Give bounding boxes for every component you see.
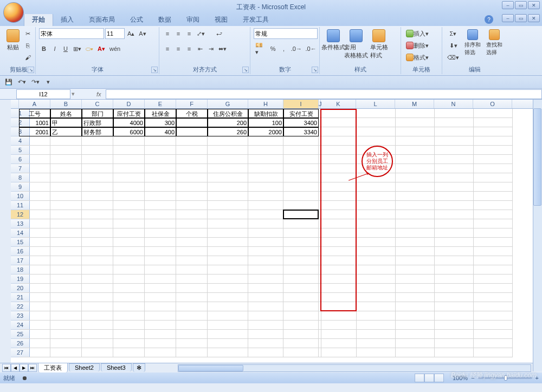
cell[interactable] xyxy=(113,311,145,321)
cell[interactable] xyxy=(321,293,357,302)
cell[interactable] xyxy=(145,192,176,201)
decrease-decimal-button[interactable]: .0← xyxy=(304,43,318,54)
align-center-button[interactable]: ≡ xyxy=(173,43,183,54)
cell[interactable] xyxy=(321,265,357,275)
increase-decimal-button[interactable]: .0→ xyxy=(290,43,304,54)
cell[interactable] xyxy=(82,348,113,357)
cell[interactable] xyxy=(248,219,283,228)
cell[interactable] xyxy=(145,321,176,330)
cell[interactable] xyxy=(396,182,435,192)
cell[interactable] xyxy=(82,330,113,339)
cell[interactable] xyxy=(248,136,283,146)
cell[interactable] xyxy=(283,339,319,348)
cell[interactable] xyxy=(396,247,435,256)
cell[interactable] xyxy=(82,228,113,238)
cell[interactable] xyxy=(113,173,145,182)
cell[interactable] xyxy=(396,136,435,146)
cell[interactable] xyxy=(435,228,474,238)
cell[interactable] xyxy=(321,256,357,265)
cell[interactable] xyxy=(113,339,145,348)
cell[interactable] xyxy=(19,339,50,348)
cell[interactable]: 1001 xyxy=(19,118,50,127)
cell[interactable] xyxy=(113,238,145,247)
cut-button[interactable]: ✂ xyxy=(23,28,33,39)
cell[interactable] xyxy=(357,201,396,210)
cell[interactable] xyxy=(435,109,474,118)
cell[interactable] xyxy=(248,238,283,247)
column-header-K[interactable]: K xyxy=(321,100,356,108)
cell[interactable] xyxy=(176,321,208,330)
cell[interactable] xyxy=(474,348,513,357)
tab-review[interactable]: 审阅 xyxy=(179,14,207,26)
cell[interactable] xyxy=(396,348,435,357)
cell[interactable] xyxy=(176,182,208,192)
save-button[interactable]: 💾 xyxy=(3,77,14,88)
fill-color-button[interactable]: ⬭▾ xyxy=(84,43,95,54)
cell[interactable] xyxy=(396,265,435,275)
cell[interactable] xyxy=(321,339,357,348)
column-header-C[interactable]: C xyxy=(82,100,113,108)
cell[interactable] xyxy=(113,155,145,164)
cell[interactable] xyxy=(435,146,474,155)
cell[interactable] xyxy=(50,256,82,265)
close-button[interactable]: ✕ xyxy=(528,1,540,9)
cell[interactable] xyxy=(248,182,283,192)
cell-styles-button[interactable]: 单元格 样式 xyxy=(369,28,389,61)
cell[interactable] xyxy=(396,339,435,348)
office-button[interactable] xyxy=(3,2,24,23)
cell[interactable] xyxy=(82,321,113,330)
cell[interactable] xyxy=(248,321,283,330)
cell[interactable] xyxy=(248,284,283,293)
cell[interactable] xyxy=(50,210,82,219)
cell[interactable] xyxy=(82,311,113,321)
cell[interactable] xyxy=(145,247,176,256)
cell[interactable] xyxy=(248,293,283,302)
cell[interactable] xyxy=(321,173,357,182)
cell[interactable] xyxy=(474,302,513,311)
cell[interactable] xyxy=(208,311,248,321)
cell[interactable] xyxy=(113,256,145,265)
cell[interactable] xyxy=(145,201,176,210)
cell[interactable] xyxy=(113,182,145,192)
cell[interactable] xyxy=(321,348,357,357)
cell[interactable] xyxy=(113,219,145,228)
cell[interactable] xyxy=(357,210,396,219)
cell[interactable]: 3340 xyxy=(283,127,319,136)
cell[interactable] xyxy=(357,238,396,247)
cell[interactable] xyxy=(474,127,513,136)
cell[interactable] xyxy=(82,256,113,265)
cell[interactable] xyxy=(357,182,396,192)
cell[interactable] xyxy=(113,136,145,146)
cell[interactable] xyxy=(145,136,176,146)
paste-button[interactable]: 粘贴 xyxy=(5,28,21,53)
cell[interactable] xyxy=(248,201,283,210)
cell[interactable] xyxy=(19,247,50,256)
cell[interactable] xyxy=(176,275,208,284)
cell[interactable] xyxy=(176,201,208,210)
cell[interactable] xyxy=(357,192,396,201)
cell[interactable] xyxy=(208,256,248,265)
cell[interactable] xyxy=(208,348,248,357)
cell[interactable] xyxy=(474,155,513,164)
cell[interactable] xyxy=(50,173,82,182)
cell[interactable]: 200 xyxy=(208,118,248,127)
number-format-combo[interactable]: 常规 xyxy=(254,28,318,39)
column-header-I[interactable]: I xyxy=(283,100,319,108)
cell[interactable] xyxy=(474,201,513,210)
cell[interactable] xyxy=(145,265,176,275)
cell[interactable] xyxy=(396,293,435,302)
cell[interactable] xyxy=(248,155,283,164)
cell[interactable]: 缺勤扣款 xyxy=(248,109,283,118)
cell[interactable] xyxy=(113,146,145,155)
cell[interactable] xyxy=(82,238,113,247)
cell[interactable] xyxy=(435,348,474,357)
cell[interactable] xyxy=(396,164,435,173)
cell[interactable]: 100 xyxy=(248,118,283,127)
bold-button[interactable]: B xyxy=(39,43,49,54)
cell[interactable] xyxy=(113,164,145,173)
cell[interactable] xyxy=(145,284,176,293)
decrease-indent-button[interactable]: ⇤ xyxy=(195,43,205,54)
cell[interactable] xyxy=(283,321,319,330)
sheet-tab-2[interactable]: Sheet2 xyxy=(69,363,100,371)
cell[interactable] xyxy=(248,302,283,311)
